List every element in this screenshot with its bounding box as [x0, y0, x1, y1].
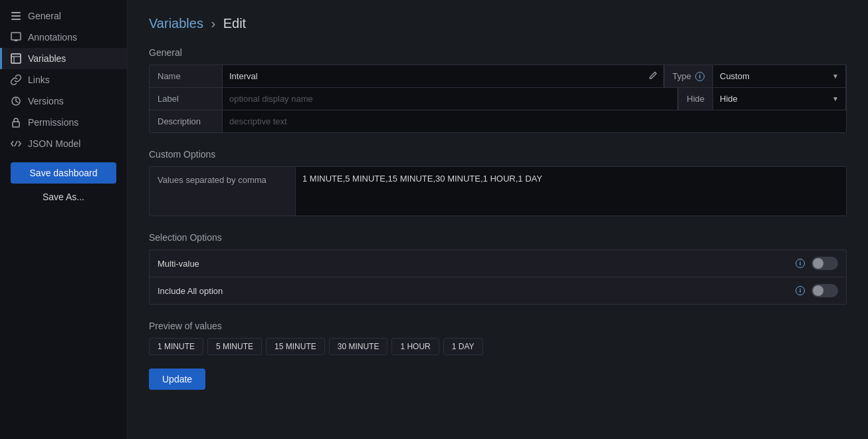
name-input[interactable]	[223, 66, 643, 86]
preview-tag-item: 5 MINUTE	[207, 338, 262, 355]
multi-value-info-icon[interactable]: i	[796, 259, 805, 268]
sidebar-item-label: Annotations	[28, 32, 77, 43]
multi-value-row: Multi-value i	[150, 250, 846, 277]
type-label-cell: Type i	[664, 65, 713, 87]
general-icon	[11, 11, 21, 21]
sidebar-item-annotations[interactable]: Annotations	[0, 27, 127, 48]
type-chevron-icon: ▼	[832, 73, 839, 80]
include-all-row: Include All option i	[150, 277, 846, 304]
svg-rect-0	[11, 12, 21, 13]
preview-tag-item: 1 HOUR	[391, 338, 439, 355]
svg-rect-8	[13, 122, 19, 127]
type-info-icon[interactable]: i	[695, 72, 705, 81]
breadcrumb-link[interactable]: Variables	[149, 16, 203, 31]
include-all-toggle[interactable]	[812, 284, 838, 297]
type-label: Type	[673, 71, 691, 81]
sidebar-item-label: JSON Model	[28, 138, 80, 149]
include-all-info-icon[interactable]: i	[796, 286, 805, 295]
sidebar: General Annotations Variables Links Vers…	[0, 0, 128, 439]
values-textarea[interactable]	[296, 167, 846, 214]
name-edit-icon	[643, 71, 663, 82]
links-icon	[11, 74, 21, 85]
general-grid: Name Type i Custom ▼	[149, 65, 847, 133]
preview-section: Preview of values 1 MINUTE5 MINUTE15 MIN…	[149, 321, 847, 355]
type-select-cell[interactable]: Custom ▼	[713, 65, 846, 87]
label-value-cell	[223, 88, 678, 110]
sidebar-item-versions[interactable]: Versions	[0, 90, 127, 112]
hide-label: Hide	[687, 94, 705, 104]
breadcrumb-separator: ›	[211, 16, 215, 31]
type-select-value: Custom	[720, 71, 828, 81]
save-dashboard-button[interactable]: Save dashboard	[11, 162, 116, 184]
main-content: Variables › Edit General Name Type	[128, 0, 868, 439]
label-input[interactable]	[223, 88, 677, 109]
preview-tag-item: 1 DAY	[443, 338, 483, 355]
selection-options-grid: Multi-value i Include All option i	[149, 249, 847, 305]
json-model-icon	[11, 138, 21, 149]
sidebar-item-variables[interactable]: Variables	[0, 48, 127, 69]
hide-select-cell[interactable]: Hide ▼	[713, 88, 846, 110]
label-label: Label	[150, 88, 223, 110]
name-type-row: Name Type i Custom ▼	[150, 65, 846, 88]
description-input[interactable]	[223, 111, 846, 132]
values-textarea-cell	[296, 167, 846, 216]
sidebar-item-label: Variables	[28, 53, 66, 64]
sidebar-item-permissions[interactable]: Permissions	[0, 112, 127, 133]
svg-rect-1	[11, 15, 21, 17]
selection-options-section: Selection Options Multi-value i Include …	[149, 232, 847, 305]
selection-options-title: Selection Options	[149, 232, 847, 243]
preview-tag-item: 15 MINUTE	[266, 338, 325, 355]
sidebar-item-general[interactable]: General	[0, 5, 127, 27]
multi-value-toggle[interactable]	[812, 257, 838, 270]
sidebar-item-label: Links	[28, 74, 50, 85]
description-value-cell	[223, 110, 846, 132]
description-row: Description	[150, 110, 846, 132]
sidebar-item-links[interactable]: Links	[0, 69, 127, 90]
sidebar-item-label: Permissions	[28, 117, 78, 128]
label-hide-row: Label Hide Hide ▼	[150, 88, 846, 110]
include-all-label: Include All option	[158, 286, 789, 296]
description-label: Description	[150, 110, 223, 132]
sidebar-item-label: Versions	[28, 96, 64, 106]
preview-tag-item: 1 MINUTE	[149, 338, 203, 355]
general-section-title: General	[149, 47, 847, 58]
update-button[interactable]: Update	[149, 368, 205, 390]
save-as-button[interactable]: Save As...	[11, 186, 116, 208]
custom-options-grid: Values separated by comma	[149, 166, 847, 216]
permissions-icon	[11, 117, 21, 128]
preview-tag-item: 30 MINUTE	[329, 338, 388, 355]
page-title: Edit	[223, 16, 246, 31]
custom-options-section: Custom Options Values separated by comma	[149, 149, 847, 216]
sidebar-item-json-model[interactable]: JSON Model	[0, 133, 127, 154]
name-label: Name	[150, 65, 223, 87]
svg-line-9	[15, 141, 17, 146]
general-section: General Name Type i Cust	[149, 47, 847, 133]
name-value-cell	[223, 65, 664, 87]
svg-rect-2	[11, 19, 21, 20]
variables-icon	[11, 53, 21, 64]
annotations-icon	[11, 32, 21, 43]
versions-icon	[11, 96, 21, 106]
page-header: Variables › Edit	[149, 16, 847, 31]
svg-rect-4	[11, 54, 21, 63]
hide-label-cell: Hide	[678, 88, 713, 110]
values-label: Values separated by comma	[150, 167, 296, 216]
sidebar-item-label: General	[28, 11, 61, 21]
multi-value-label: Multi-value	[158, 259, 789, 269]
preview-title: Preview of values	[149, 321, 847, 331]
preview-tags: 1 MINUTE5 MINUTE15 MINUTE30 MINUTE1 HOUR…	[149, 338, 847, 355]
svg-rect-3	[11, 33, 21, 40]
hide-chevron-icon: ▼	[832, 95, 839, 102]
hide-select-value: Hide	[720, 94, 828, 104]
custom-options-title: Custom Options	[149, 149, 847, 160]
